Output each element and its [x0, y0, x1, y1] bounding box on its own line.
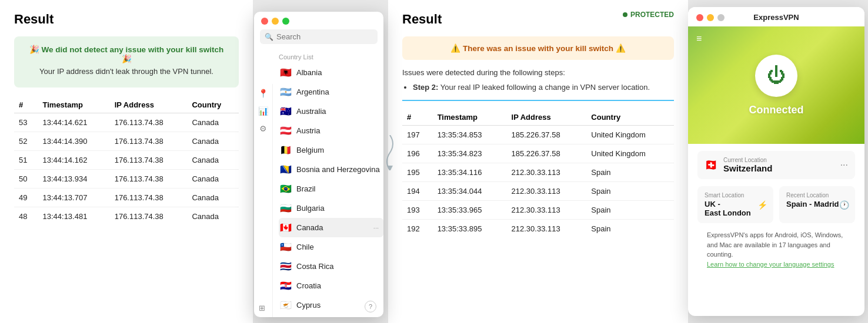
search-box[interactable]: 🔍	[260, 29, 378, 44]
list-item[interactable]: 🇧🇦 Bosnia and Herzegovina	[279, 160, 383, 179]
evpn-smart-location-box[interactable]: Smart Location UK -East London ⚡	[697, 186, 773, 223]
col-ip: IP Address	[110, 97, 188, 113]
settings-icon[interactable]: ⚙	[259, 124, 267, 133]
issue-item: Step 2: Your real IP leaked following a …	[413, 83, 674, 92]
cell-country: Canada	[187, 189, 239, 207]
country-name: Belgium	[296, 146, 381, 154]
cell-ip: 212.30.33.113	[507, 182, 587, 201]
evpn-more-button[interactable]: ···	[840, 160, 848, 170]
col-ip: IP Address	[507, 109, 587, 126]
evpn-recent-location-box[interactable]: Recent Location Spain - Madrid 🕐	[779, 186, 855, 223]
table-row: 52 13:44:14.390 176.113.74.38 Canada	[14, 132, 239, 151]
country-flag: 🇨🇱	[280, 241, 292, 253]
country-name: Croatia	[296, 281, 381, 290]
bars-icon[interactable]: 📊	[258, 106, 268, 116]
list-item[interactable]: 🇦🇱 Albania	[279, 63, 383, 82]
right-table: # Timestamp IP Address Country 197 13:35…	[402, 109, 674, 238]
emoji-end: 🎉	[122, 55, 132, 63]
list-item[interactable]: 🇨🇱 Chile	[279, 237, 383, 257]
country-list: 🇦🇱 Albania 🇦🇷 Argentina 🇦🇺 Australia 🇦🇹 …	[279, 63, 383, 317]
table-row: 53 13:44:14.621 176.113.74.38 Canada	[14, 113, 239, 132]
cell-ip: 212.30.33.113	[507, 220, 587, 238]
evpn-current-flag: 🇨🇭	[705, 159, 717, 171]
list-item[interactable]: 🇨🇿 Czech Republic	[279, 315, 383, 317]
list-item[interactable]: 🇧🇷 Brazil	[279, 179, 383, 198]
evpn-menu-icon[interactable]: ≡	[696, 33, 702, 44]
location-icon[interactable]: 📍	[258, 89, 268, 98]
evpn-footer-link[interactable]: Learn how to change your language settin…	[707, 261, 834, 268]
evpn-window-controls	[696, 14, 725, 21]
evpn-current-location-row[interactable]: 🇨🇭 Current Location Switzerland ···	[697, 151, 855, 179]
list-item[interactable]: 🇨🇷 Costa Rica	[279, 257, 383, 276]
country-flag: 🇧🇦	[280, 164, 292, 175]
table-row: 193 13:35:33.965 212.30.33.113 Spain	[402, 201, 674, 220]
warning-box: ⚠️ There was an issue with your kill swi…	[402, 36, 674, 60]
country-flag: 🇧🇬	[280, 203, 292, 214]
cell-timestamp: 13:35:34.853	[433, 126, 507, 144]
cell-timestamp: 13:35:33.895	[433, 220, 507, 238]
cell-num: 195	[402, 163, 433, 182]
country-name: Albania	[296, 68, 381, 77]
cell-country: Spain	[586, 201, 674, 220]
list-item[interactable]: 🇧🇪 Belgium	[279, 140, 383, 160]
country-flag: 🇧🇪	[280, 144, 292, 156]
country-flag: 🇦🇱	[280, 67, 292, 78]
close-dot[interactable]	[261, 18, 268, 25]
evpn-footer-text: ExpressVPN's apps for Android, iOS, Wind…	[707, 231, 843, 258]
list-item[interactable]: 🇦🇹 Austria	[279, 121, 383, 140]
table-row: 51 13:44:14.162 176.113.74.38 Canada	[14, 151, 239, 170]
cell-timestamp: 13:35:34.044	[433, 182, 507, 201]
col-num: #	[14, 97, 38, 113]
col-country: Country	[187, 97, 239, 113]
country-name: Chile	[296, 243, 381, 251]
cell-country: Spain	[586, 220, 674, 238]
evpn-close-btn[interactable]	[696, 14, 703, 21]
cell-country: Canada	[187, 170, 239, 189]
right-panel: PROTECTED Result ⚠️ There was an issue w…	[388, 0, 688, 323]
country-name: Brazil	[296, 184, 381, 193]
cell-country: Canada	[187, 207, 239, 226]
cell-timestamp: 13:35:33.965	[433, 201, 507, 220]
list-item[interactable]: 🇦🇺 Australia	[279, 102, 383, 121]
popup-sidebar: 📍 📊 ⚙	[254, 84, 273, 317]
evpn-footer: ExpressVPN's apps for Android, iOS, Wind…	[697, 230, 855, 276]
cell-country: United Kingdom	[586, 144, 674, 163]
country-flag: 🇦🇷	[280, 86, 292, 97]
sub-message: Your IP address didn't leak through the …	[25, 67, 228, 76]
protected-label: PROTECTED	[630, 11, 674, 19]
arrow-connector	[381, 135, 399, 173]
cell-country: Spain	[586, 182, 674, 201]
evpn-current-location-label: Current Location	[723, 157, 834, 163]
help-button[interactable]: ?	[365, 301, 376, 312]
evpn-titlebar: ExpressVPN	[688, 7, 864, 26]
cell-num: 51	[14, 151, 38, 170]
settings-bottom-icon[interactable]: ⊞	[259, 304, 265, 312]
table-row: 194 13:35:34.044 212.30.33.113 Spain	[402, 182, 674, 201]
country-more[interactable]: ···	[371, 224, 381, 231]
left-table-header: # Timestamp IP Address Country	[14, 97, 239, 113]
table-row: 197 13:35:34.853 185.226.37.58 United Ki…	[402, 126, 674, 144]
list-item[interactable]: 🇧🇬 Bulgaria	[279, 198, 383, 218]
evpn-maximize-btn[interactable]	[717, 14, 725, 21]
country-flag: 🇦🇹	[280, 125, 292, 136]
list-item[interactable]: 🇦🇷 Argentina	[279, 82, 383, 102]
right-table-container: # Timestamp IP Address Country 197 13:35…	[402, 109, 674, 238]
cell-ip: 176.113.74.38	[110, 207, 188, 226]
col-timestamp: Timestamp	[38, 97, 110, 113]
country-name: Bulgaria	[296, 204, 381, 213]
maximize-dot[interactable]	[282, 18, 289, 25]
cell-country: Canada	[187, 151, 239, 170]
col-country: Country	[586, 109, 674, 126]
minimize-dot[interactable]	[272, 18, 279, 25]
vpn-popup: 🔍 📍 📊 ⚙ Country List 🇦🇱 Albania 🇦🇷 Argen…	[254, 12, 383, 317]
cell-timestamp: 13:44:14.162	[38, 151, 110, 170]
search-input[interactable]	[276, 32, 373, 41]
evpn-power-button[interactable]: ⏻	[755, 55, 797, 97]
evpn-minimize-btn[interactable]	[707, 14, 714, 21]
cell-num: 52	[14, 132, 38, 151]
list-item[interactable]: 🇭🇷 Croatia	[279, 276, 383, 295]
separator	[402, 100, 674, 101]
list-item[interactable]: 🇨🇦 Canada ···	[279, 218, 383, 237]
right-table-header: # Timestamp IP Address Country	[402, 109, 674, 126]
issue-intro: Issues were detected during the followin…	[402, 68, 674, 77]
